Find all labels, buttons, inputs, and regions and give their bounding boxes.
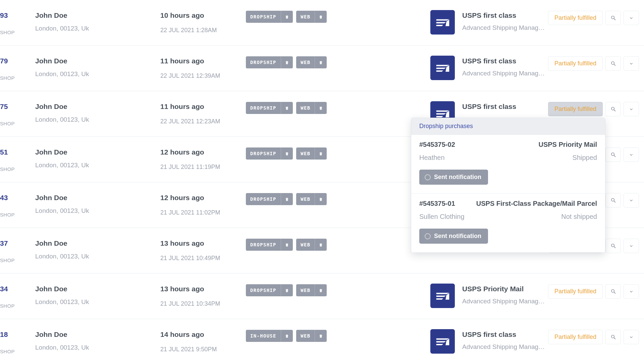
order-source: SHOP bbox=[0, 75, 35, 81]
tag-delete-button[interactable] bbox=[281, 239, 293, 251]
shipping-service: USPS first class bbox=[462, 103, 548, 111]
shipping-subtitle: Advanced Shipping Manager C… bbox=[462, 343, 547, 351]
trash-icon bbox=[319, 288, 323, 293]
order-timestamp: 22 JUL 2021 12:23AM bbox=[160, 118, 246, 125]
trash-icon bbox=[285, 14, 289, 19]
order-id[interactable]: 75 bbox=[0, 103, 35, 111]
tag-group: WEB bbox=[296, 193, 327, 205]
search-button[interactable] bbox=[605, 56, 621, 71]
trash-icon bbox=[285, 106, 289, 111]
order-timestamp: 22 JUL 2021 1:28AM bbox=[160, 27, 246, 34]
customer-address: London, 00123, Uk bbox=[35, 116, 160, 123]
order-id[interactable]: 37 bbox=[0, 239, 35, 247]
expand-button[interactable] bbox=[624, 330, 639, 344]
tag-group: WEB bbox=[296, 102, 327, 114]
search-button[interactable] bbox=[605, 193, 621, 207]
tag-group: DROPSHIP bbox=[246, 11, 293, 23]
purchase-id: #545375-02 bbox=[419, 141, 455, 148]
tag-delete-button[interactable] bbox=[281, 193, 293, 205]
shipping-subtitle: Advanced Shipping Manager C… bbox=[462, 298, 547, 305]
trash-icon bbox=[285, 151, 289, 156]
trash-icon bbox=[319, 14, 323, 19]
tag-delete-button[interactable] bbox=[281, 330, 293, 342]
tag-label: WEB bbox=[296, 330, 315, 342]
order-time-ago: 13 hours ago bbox=[160, 239, 246, 247]
order-timestamp: 22 JUL 2021 12:39AM bbox=[160, 72, 246, 79]
tag-group: IN-HOUSE bbox=[246, 330, 293, 342]
tag-delete-button[interactable] bbox=[315, 11, 327, 23]
trash-icon bbox=[285, 197, 289, 202]
expand-button[interactable] bbox=[624, 239, 639, 253]
customer-name: John Doe bbox=[35, 330, 160, 339]
order-id[interactable]: 43 bbox=[0, 194, 35, 202]
trash-icon bbox=[285, 334, 289, 339]
expand-button[interactable] bbox=[624, 284, 639, 299]
order-id[interactable]: 34 bbox=[0, 285, 35, 293]
tag-delete-button[interactable] bbox=[315, 330, 327, 342]
dropship-purchase-item: #545375-02 USPS Priority Mail Heathen Sh… bbox=[411, 135, 605, 194]
search-icon bbox=[610, 289, 616, 294]
order-id[interactable]: 93 bbox=[0, 11, 35, 19]
customer-name: John Doe bbox=[35, 239, 160, 247]
search-button[interactable] bbox=[605, 147, 621, 162]
order-id[interactable]: 18 bbox=[0, 330, 35, 339]
order-source: SHOP bbox=[0, 121, 35, 126]
tag-delete-button[interactable] bbox=[281, 56, 293, 68]
expand-button[interactable] bbox=[624, 56, 639, 71]
usps-eagle-icon bbox=[435, 290, 450, 302]
chevron-down-icon bbox=[629, 107, 634, 112]
order-source: SHOP bbox=[0, 257, 35, 263]
tag-label: WEB bbox=[296, 193, 315, 205]
tag-delete-button[interactable] bbox=[281, 284, 293, 296]
customer-name: John Doe bbox=[35, 285, 160, 293]
search-icon bbox=[610, 61, 616, 66]
sent-notification-button[interactable]: Sent notification bbox=[419, 229, 488, 244]
fulfillment-status-button[interactable]: Partially fulfilled bbox=[548, 102, 603, 116]
tag-label: DROPSHIP bbox=[246, 102, 281, 114]
tag-delete-button[interactable] bbox=[315, 239, 327, 251]
tag-label: WEB bbox=[296, 239, 315, 251]
tag-delete-button[interactable] bbox=[315, 147, 327, 160]
tag-delete-button[interactable] bbox=[315, 102, 327, 114]
sent-notification-button[interactable]: Sent notification bbox=[419, 170, 488, 185]
search-button[interactable] bbox=[605, 11, 621, 25]
tag-delete-button[interactable] bbox=[315, 56, 327, 68]
trash-icon bbox=[319, 242, 323, 247]
tag-delete-button[interactable] bbox=[315, 193, 327, 205]
search-icon bbox=[610, 197, 616, 203]
order-timestamp: 21 JUL 2021 10:49PM bbox=[160, 255, 246, 262]
order-id[interactable]: 79 bbox=[0, 57, 35, 65]
chevron-down-icon bbox=[629, 61, 634, 66]
search-button[interactable] bbox=[605, 330, 621, 344]
tag-delete-button[interactable] bbox=[281, 11, 293, 23]
search-button[interactable] bbox=[605, 102, 621, 116]
expand-button[interactable] bbox=[624, 193, 639, 207]
tag-label: DROPSHIP bbox=[246, 147, 281, 160]
shipping-service: USPS first class bbox=[462, 330, 548, 339]
shipping-service: USPS Priority Mail bbox=[462, 285, 548, 293]
search-icon bbox=[610, 152, 616, 158]
shipping-subtitle: Advanced Shipping Manager C… bbox=[462, 70, 547, 77]
order-id[interactable]: 51 bbox=[0, 148, 35, 156]
expand-button[interactable] bbox=[624, 147, 639, 162]
order-row: 93 SHOP John Doe London, 00123, Uk 10 ho… bbox=[0, 0, 644, 46]
tag-delete-button[interactable] bbox=[281, 147, 293, 160]
search-button[interactable] bbox=[605, 239, 621, 253]
fulfillment-status-button[interactable]: Partially fulfilled bbox=[548, 284, 603, 299]
expand-button[interactable] bbox=[624, 11, 639, 25]
search-icon bbox=[610, 243, 616, 249]
fulfillment-status-button[interactable]: Partially fulfilled bbox=[548, 330, 603, 344]
trash-icon bbox=[319, 334, 323, 339]
usps-eagle-icon bbox=[435, 336, 450, 348]
search-button[interactable] bbox=[605, 284, 621, 299]
expand-button[interactable] bbox=[624, 102, 639, 116]
tag-label: IN-HOUSE bbox=[246, 330, 281, 342]
carrier-logo bbox=[430, 284, 455, 308]
tag-delete-button[interactable] bbox=[315, 284, 327, 296]
shipping-subtitle: Advanced Shipping Manager C… bbox=[462, 24, 547, 32]
tag-delete-button[interactable] bbox=[281, 102, 293, 114]
tag-group: DROPSHIP bbox=[246, 147, 293, 160]
fulfillment-status-button[interactable]: Partially fulfilled bbox=[548, 56, 603, 71]
tag-group: WEB bbox=[296, 239, 327, 251]
fulfillment-status-button[interactable]: Partially fulfilled bbox=[548, 11, 603, 25]
